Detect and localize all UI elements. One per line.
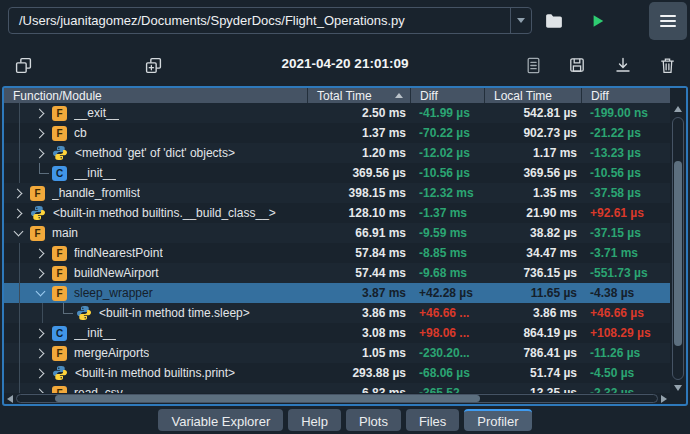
table-row[interactable]: F__exit__2.50 ms-41.99 µs542.81 µs-199.0…	[4, 103, 670, 123]
total-time-value: 66.91 ms	[308, 223, 411, 243]
table-body: F__exit__2.50 ms-41.99 µs542.81 µs-199.0…	[4, 103, 670, 393]
total-time-value: 293.88 µs	[308, 363, 411, 383]
local-time-diff: -2.32 µs	[582, 383, 670, 393]
options-menu-button[interactable]	[649, 2, 687, 40]
local-time-value: 11.65 µs	[485, 283, 582, 303]
local-time-diff: -37.15 µs	[582, 223, 670, 243]
chevron-right-icon[interactable]	[34, 268, 44, 278]
scroll-down-arrow-icon[interactable]	[674, 385, 682, 391]
header-function-module[interactable]: Function/Module	[4, 88, 308, 103]
chevron-down-icon[interactable]	[13, 227, 23, 237]
local-time-diff: -4.38 µs	[582, 283, 670, 303]
function-name: cb	[74, 126, 87, 140]
function-name: read_csv	[74, 386, 123, 393]
function-name: __init__	[74, 166, 116, 180]
chevron-right-icon[interactable]	[34, 108, 44, 118]
local-time-diff: -11.26 µs	[582, 343, 670, 363]
total-time-value: 3.08 ms	[308, 323, 411, 343]
local-time-diff: -4.50 µs	[582, 363, 670, 383]
tab-help[interactable]: Help	[288, 409, 341, 431]
show-output-button[interactable]	[520, 52, 546, 78]
save-data-button[interactable]	[564, 52, 590, 78]
table-row[interactable]: FfindNearestPoint57.84 ms-8.85 ms34.47 m…	[4, 243, 670, 263]
script-path-value[interactable]: /Users/juanitagomez/Documents/SpyderDocs…	[9, 13, 510, 28]
total-time-value: 3.86 ms	[308, 303, 411, 323]
table-row[interactable]: Fread_csv6.83 ms-365.52...13.35 µs-2.32 …	[4, 383, 670, 393]
tab-plots[interactable]: Plots	[346, 409, 401, 431]
tree-guide-line	[19, 303, 20, 323]
clear-data-button[interactable]	[654, 52, 680, 78]
table-row[interactable]: Fcb1.37 ms-70.22 µs902.73 µs-21.22 µs	[4, 123, 670, 143]
tab-files[interactable]: Files	[406, 409, 459, 431]
header-diff-local[interactable]: Diff	[582, 88, 670, 103]
horizontal-scroll-track[interactable]	[16, 394, 658, 403]
function-name: sleep_wrapper	[74, 286, 153, 300]
trash-icon	[660, 57, 675, 74]
total-time-diff: -9.59 ms	[411, 223, 485, 243]
total-time-value: 1.37 ms	[308, 123, 411, 143]
vertical-scrollbar[interactable]	[670, 103, 686, 393]
tab-bar: Variable ExplorerHelpPlotsFilesProfiler	[0, 409, 690, 434]
function-icon: F	[52, 386, 67, 394]
vertical-scroll-thumb[interactable]	[674, 161, 682, 346]
local-time-diff: -551.73 µs	[582, 263, 670, 283]
table-row[interactable]: C__init__369.56 µs-10.56 µs369.56 µs-10.…	[4, 163, 670, 183]
tab-profiler[interactable]: Profiler	[464, 409, 531, 431]
chevron-right-icon[interactable]	[34, 248, 44, 258]
chevron-right-icon[interactable]	[34, 148, 44, 158]
table-row[interactable]: <built-in method builtins.print>293.88 µ…	[4, 363, 670, 383]
tree-guide-line	[19, 323, 20, 343]
scroll-left-arrow-icon[interactable]	[7, 395, 13, 403]
total-time-diff: -68.06 µs	[411, 363, 485, 383]
tree-guide-line	[19, 243, 20, 263]
run-profiler-button[interactable]	[585, 8, 611, 34]
script-path-combobox[interactable]: /Users/juanitagomez/Documents/SpyderDocs…	[8, 7, 532, 34]
local-time-value: 21.90 ms	[485, 203, 582, 223]
load-data-button[interactable]	[610, 52, 636, 78]
table-row[interactable]: C__init__3.08 ms+98.06 ...864.19 µs+108.…	[4, 323, 670, 343]
function-icon: F	[30, 226, 45, 241]
table-row[interactable]: F_handle_fromlist398.15 ms-12.32 ms1.35 …	[4, 183, 670, 203]
scroll-right-arrow-icon[interactable]	[661, 395, 667, 403]
chevron-down-icon	[517, 18, 525, 23]
python-icon	[52, 145, 68, 161]
chevron-right-icon[interactable]	[34, 368, 44, 378]
open-file-button[interactable]	[541, 8, 567, 34]
function-name: <built-in method time.sleep>	[99, 306, 250, 320]
table-row[interactable]: Fsleep_wrapper3.87 ms+42.28 µs11.65 µs-4…	[4, 283, 670, 303]
chevron-right-icon[interactable]	[34, 128, 44, 138]
table-row[interactable]: FmergeAirports1.05 ms-230.20...786.41 µs…	[4, 343, 670, 363]
horizontal-scrollbar[interactable]	[4, 393, 670, 404]
header-total-time[interactable]: Total Time	[308, 88, 411, 103]
header-diff-total[interactable]: Diff	[411, 88, 485, 103]
chevron-right-icon[interactable]	[12, 188, 22, 198]
local-time-value: 1.17 ms	[485, 143, 582, 163]
chevron-down-icon[interactable]	[35, 287, 45, 297]
function-icon: F	[52, 286, 67, 301]
table-row[interactable]: FbuildNewAirport57.44 ms-9.68 ms736.15 µ…	[4, 263, 670, 283]
tree-guide-line	[19, 383, 20, 393]
table-row[interactable]: Fmain66.91 ms-9.59 ms38.82 µs-37.15 µs	[4, 223, 670, 243]
chevron-right-icon[interactable]	[12, 208, 22, 218]
local-time-diff: +92.61 µs	[582, 203, 670, 223]
local-time-value: 902.73 µs	[485, 123, 582, 143]
folder-open-icon	[545, 13, 563, 29]
table-row[interactable]: <built-in method time.sleep>3.86 ms+46.6…	[4, 303, 670, 323]
combo-dropdown-button[interactable]	[510, 8, 531, 33]
header-local-time[interactable]: Local Time	[485, 88, 582, 103]
total-time-diff: +98.06 ...	[411, 323, 485, 343]
class-icon: C	[52, 166, 67, 181]
horizontal-scroll-thumb[interactable]	[55, 395, 480, 402]
table-row[interactable]: <method 'get' of 'dict' objects>1.20 ms-…	[4, 143, 670, 163]
chevron-right-icon[interactable]	[34, 328, 44, 338]
save-data-icon	[569, 57, 585, 73]
class-icon: C	[52, 326, 67, 341]
function-name: _handle_fromlist	[52, 186, 140, 200]
vertical-scroll-track[interactable]	[672, 117, 684, 380]
table-row[interactable]: <built-in method builtins.__build_class_…	[4, 203, 670, 223]
chevron-right-icon[interactable]	[34, 348, 44, 358]
tab-variable-explorer[interactable]: Variable Explorer	[158, 409, 283, 431]
scroll-up-arrow-icon[interactable]	[674, 106, 682, 112]
total-time-value: 1.20 ms	[308, 143, 411, 163]
tree-guide-line	[19, 343, 20, 363]
